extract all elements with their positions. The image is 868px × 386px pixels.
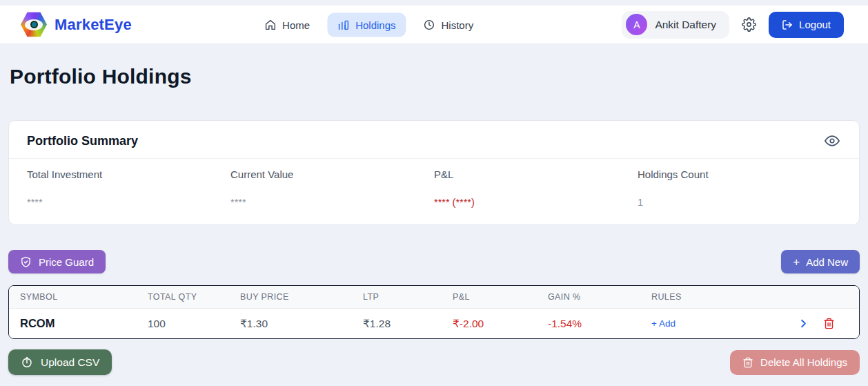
add-new-label: Add New [806,256,848,268]
col-ltp: LTP [363,292,453,302]
eye-icon [825,133,840,148]
summary-header: Portfolio Summary [9,121,859,159]
bar-chart-icon [337,19,349,30]
header-right: A Ankit Daftery Logout [622,11,844,39]
price-guard-label: Price Guard [39,256,94,268]
delete-row-button[interactable] [823,318,847,329]
cell-symbol: RCOM [20,317,148,330]
nav-item-label: History [442,19,474,30]
holdings-table: SYMBOL TOTAL QTY BUY PRICE LTP P&L GAIN … [8,285,860,339]
brand-name: MarketEye [55,16,132,34]
cell-ltp: ₹1.28 [363,318,453,330]
metric-value: 1 [638,197,841,208]
summary-title: Portfolio Summary [27,134,138,148]
shield-check-icon [20,256,32,268]
metric-value: **** [27,197,230,208]
col-rules: RULES [651,292,797,302]
metric-label: Holdings Count [638,168,841,180]
upload-csv-label: Upload CSV [41,356,99,369]
settings-button[interactable] [740,16,758,33]
user-pill[interactable]: A Ankit Daftery [622,11,729,39]
cell-total-qty: 100 [148,318,240,330]
upload-icon [21,356,33,369]
nav-item-label: Holdings [355,19,395,30]
eye-logo-shape [25,19,43,30]
price-guard-button[interactable]: Price Guard [8,250,106,273]
avatar-initial: A [633,19,640,30]
metric-label: Current Value [230,168,434,180]
clock-icon [424,19,435,30]
metric-value: **** [230,197,434,208]
expand-row-button[interactable] [797,317,823,330]
footer-actions: Upload CSV Delete All Holdings [8,349,860,375]
cell-pnl: ₹-2.00 [453,318,548,330]
metric-holdings-count: Holdings Count 1 [638,168,841,208]
nav-item-home[interactable]: Home [254,12,320,37]
logout-label: Logout [799,19,831,30]
summary-metrics: Total Investment **** Current Value ****… [9,159,859,224]
user-name: Ankit Daftery [655,19,716,31]
main-nav: Home Holdings History [254,12,484,37]
metric-label: Total Investment [27,168,230,180]
cell-gain-pct: -1.54% [548,318,651,330]
delete-all-holdings-button[interactable]: Delete All Holdings [730,350,860,375]
metric-current-value: Current Value **** [230,168,434,208]
add-new-button[interactable]: + Add New [781,250,860,273]
col-gain-pct: GAIN % [548,292,651,302]
metric-value: **** (****) [434,197,638,208]
nav-item-holdings[interactable]: Holdings [327,12,406,37]
app-header: MarketEye Home Holdings History A An [0,6,868,44]
page-title: Portfolio Holdings [10,65,860,88]
table-header-row: SYMBOL TOTAL QTY BUY PRICE LTP P&L GAIN … [9,286,859,309]
logout-icon [782,19,793,30]
add-rule-link[interactable]: + Add [651,318,797,329]
trash-icon [823,318,847,329]
delete-all-label: Delete All Holdings [760,356,847,368]
gear-icon [742,17,756,32]
metric-pnl: P&L **** (****) [434,168,638,208]
nav-item-label: Home [282,19,310,30]
avatar: A [626,14,647,35]
metric-total-investment: Total Investment **** [27,168,230,208]
col-buy-price: BUY PRICE [240,292,363,302]
logout-button[interactable]: Logout [769,12,844,38]
main-content: Portfolio Holdings Portfolio Summary Tot… [0,65,868,375]
cell-buy-price: ₹1.30 [240,318,363,330]
plus-icon: + [793,256,800,268]
nav-item-history[interactable]: History [413,12,484,37]
chevron-right-icon [797,317,823,330]
toolbar: Price Guard + Add New [8,250,860,273]
toggle-visibility-button[interactable] [823,132,841,150]
table-row[interactable]: RCOM 100 ₹1.30 ₹1.28 ₹-2.00 -1.54% + Add [9,309,859,338]
trash-icon [742,357,753,368]
home-icon [264,19,276,30]
col-symbol: SYMBOL [20,292,148,302]
portfolio-summary-card: Portfolio Summary Total Investment **** … [8,120,860,225]
upload-csv-button[interactable]: Upload CSV [8,349,112,375]
eye-pupil-shape [30,21,38,28]
col-total-qty: TOTAL QTY [148,292,240,302]
col-pnl: P&L [453,292,548,302]
metric-label: P&L [434,168,638,180]
marketeye-logo-icon [21,12,47,38]
brand[interactable]: MarketEye [21,12,132,38]
